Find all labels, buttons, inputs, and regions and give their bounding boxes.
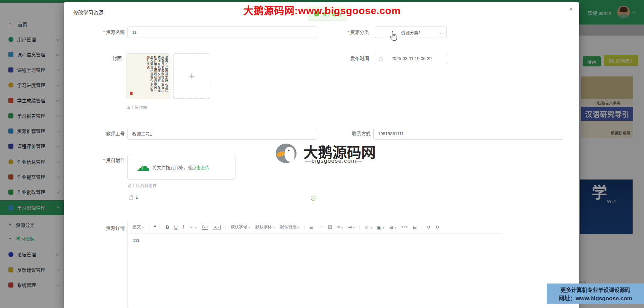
toolbar-table-button[interactable]: ⊞ — [389, 225, 396, 229]
toolbar-group: ☺ ▣ ⊞ </> ⊟ — [359, 225, 417, 229]
toolbar-indent-button[interactable]: ⇥ — [348, 225, 355, 229]
calligraphy-text: 滚滚长江东逝水浪花淘尽英雄是非成败转头空青山依旧在几度夕阳红白发渔樵江渚上惯看秋… — [146, 56, 168, 95]
teacher-id-input[interactable]: 教师工号1 — [127, 128, 317, 140]
toolbar-italic-button[interactable]: I — [182, 225, 184, 229]
cover-upload-button[interactable]: + — [173, 53, 210, 99]
watermark-line1: 更多计算机专业毕设课设源码 — [560, 286, 630, 294]
editor-content[interactable]: 111 — [128, 234, 502, 308]
cover-image-calligraphy[interactable]: 滚滚长江东逝水浪花淘尽英雄是非成败转头空青山依旧在几度夕阳红白发渔樵江渚上惯看秋… — [126, 53, 170, 99]
attachment-dropzone[interactable]: ☁ ↑ 将文件拖到此处，或点击上传 — [127, 155, 235, 179]
contact-label: 联系方式 — [344, 128, 371, 140]
toolbar-image-button[interactable]: ▣ — [377, 225, 384, 229]
uploaded-file-item[interactable]: 1 — [129, 195, 138, 200]
goose-eye — [288, 150, 289, 151]
toolbar-undo-button[interactable]: ↺ — [427, 225, 431, 229]
editor-toolbar: 正文 ❝ B U I ⋯ A A 默认字号 默认字体 默认行高 — [128, 221, 502, 234]
teacher-id-label: 教师工号 — [80, 128, 125, 140]
toolbar-group: ↺ ↻ — [422, 225, 439, 229]
required-mark: * — [103, 30, 105, 35]
toolbar-ordered-list-button[interactable]: ≔ — [318, 225, 323, 229]
attachment-hint: 请上传资料附件 — [127, 182, 157, 189]
click-upload-link[interactable]: 点击上传 — [192, 165, 209, 170]
toolbar-code-button[interactable]: </> — [401, 225, 408, 229]
toolbar-paragraph-style-button[interactable]: 正文 — [132, 225, 144, 229]
goose-face — [284, 147, 294, 162]
clock-icon: ◷ — [379, 56, 383, 62]
goose-logo-icon — [275, 143, 300, 164]
toolbar-todo-list-button[interactable]: ☑ — [328, 225, 332, 229]
chevron-down-icon — [439, 31, 443, 34]
top-red-watermark: 大鹅源码网:www.bigsgoose.com — [0, 2, 644, 17]
toolbar-highlight-color-button[interactable]: A — [213, 225, 221, 230]
resource-name-input[interactable]: 11 — [127, 27, 317, 38]
watermark-line2: 网址：www.bigsgoose.com — [558, 294, 632, 302]
bottom-blue-watermark: 更多计算机专业毕设课设源码 网址：www.bigsgoose.com — [547, 284, 644, 304]
required-mark: * — [103, 158, 105, 163]
toolbar-font-color-button[interactable]: A — [202, 224, 208, 230]
toolbar-more-styles-button[interactable]: ⋯ — [189, 225, 197, 229]
red-seal — [130, 92, 132, 95]
toolbar-align-button[interactable]: ≡ — [337, 225, 343, 229]
upload-success-icon: ✓ — [311, 196, 316, 201]
toolbar-font-size-button[interactable]: 默认字号 — [230, 225, 250, 229]
app-root: ⌂ 首页 用户管理 课程信息管理 课程学习管理 学习进度管理 学生成绩管理 学习… — [0, 0, 644, 308]
publish-time-input[interactable]: ◷ 2025-03-11 19:06:29 — [375, 53, 448, 64]
toolbar-group: 默认字号 默认字体 默认行高 — [225, 225, 300, 229]
toolbar-blockquote-button[interactable]: ❝ — [154, 225, 156, 229]
attachment-label: *资料附件 — [80, 157, 125, 164]
required-mark: * — [347, 30, 349, 35]
toolbar-group: B U I ⋯ A A — [161, 224, 221, 230]
cover-upload-hint: 请上传封面 — [126, 104, 147, 110]
toolbar-bold-button[interactable]: B — [166, 225, 169, 229]
toolbar-redo-button[interactable]: ↻ — [435, 225, 439, 229]
file-name: 1 — [136, 195, 138, 200]
cover-label: 封面 — [80, 53, 122, 63]
upload-cloud-icon: ☁ ↑ — [137, 160, 150, 174]
watermark-subtitle: —bigsgoose.com— — [305, 158, 363, 164]
toolbar-bullet-list-button[interactable]: ≣ — [309, 225, 313, 229]
resource-name-label: *资源名称 — [80, 27, 125, 38]
toolbar-group: 正文 — [132, 225, 144, 229]
toolbar-emoji-button[interactable]: ☺ — [364, 225, 372, 229]
publish-time-label: 发布时间 — [342, 53, 369, 64]
resource-category-select[interactable]: 资源分类1 — [375, 27, 447, 38]
center-logo-watermark: 大鹅源码网 —bigsgoose.com— — [275, 141, 376, 168]
file-icon — [129, 195, 133, 200]
resource-category-label: *资源分类 — [342, 27, 369, 38]
toolbar-font-family-button[interactable]: 默认字体 — [255, 225, 275, 229]
toolbar-line-height-button[interactable]: 默认行高 — [280, 225, 300, 229]
toolbar-group: ≣ ≔ ☑ ≡ ⇥ — [304, 225, 355, 229]
contact-input[interactable]: 19819881111 — [373, 128, 563, 140]
toolbar-underline-button[interactable]: U — [174, 225, 177, 229]
cursor-hand-icon — [389, 31, 398, 43]
rich-text-editor: 正文 ❝ B U I ⋯ A A 默认字号 默认字体 默认行高 — [127, 221, 502, 308]
plus-icon: + — [189, 70, 195, 82]
dropzone-text: 将文件拖到此处，或点击上传 — [153, 164, 209, 170]
toolbar-group: ❝ — [149, 225, 156, 229]
detail-label: 资源详情 — [80, 225, 125, 232]
toolbar-divider-button[interactable]: ⊟ — [413, 225, 417, 229]
